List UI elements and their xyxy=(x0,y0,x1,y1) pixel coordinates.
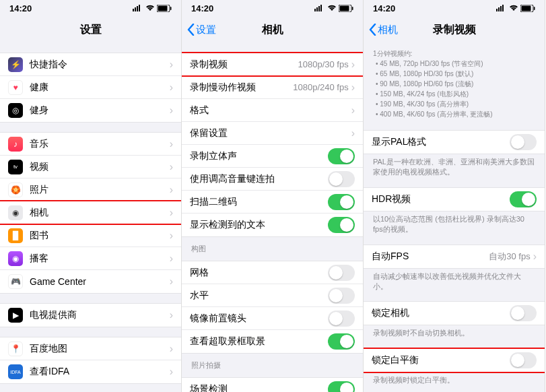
row-idfa[interactable]: IDFA 查看IDFA › xyxy=(0,360,181,383)
svg-rect-9 xyxy=(318,6,320,11)
svg-rect-5 xyxy=(158,5,168,11)
settings-list[interactable]: ⚡ 快捷指令 › ♥ 健康 › ◎ 健身 › ♪ 音乐 › tv xyxy=(0,43,181,392)
chevron-right-icon: › xyxy=(351,127,355,139)
group-media: ♪ 音乐 › tv 视频 › 🏵️ 照片 › ◉ 相机 › ▉ xyxy=(0,132,181,294)
health-icon: ♥ xyxy=(8,80,23,95)
row-health[interactable]: ♥ 健康 › xyxy=(0,76,181,99)
status-bar: 14:20 xyxy=(182,0,363,16)
chevron-right-icon: › xyxy=(170,81,173,94)
row-mirror-front[interactable]: 镜像前置镜头 xyxy=(182,307,363,330)
row-preserve-settings[interactable]: 保留设置 › xyxy=(182,122,363,145)
idfa-icon: IDFA xyxy=(8,364,23,379)
tv-icon: tv xyxy=(8,160,23,174)
gamecenter-icon: 🎮 xyxy=(8,274,23,289)
camera-settings-list[interactable]: 录制视频 1080p/30 fps › 录制慢动作视频 1080p/240 fp… xyxy=(182,43,363,392)
back-button[interactable]: 设置 xyxy=(187,24,216,36)
scene-detect-toggle[interactable] xyxy=(328,381,355,392)
svg-rect-0 xyxy=(133,9,134,11)
group-record: 录制视频 1080p/30 fps › 录制慢动作视频 1080p/240 fp… xyxy=(182,53,363,237)
row-record-video[interactable]: 录制视频 1080p/30 fps › xyxy=(182,53,363,76)
svg-rect-13 xyxy=(352,7,353,10)
chevron-right-icon: › xyxy=(170,184,173,196)
row-formats[interactable]: 格式 › xyxy=(182,99,363,122)
scan-qr-toggle[interactable] xyxy=(328,194,355,210)
row-level[interactable]: 水平 xyxy=(182,284,363,307)
row-auto-fps[interactable]: 自动FPS 自动30 fps › xyxy=(364,245,545,268)
svg-rect-8 xyxy=(316,7,318,11)
group-photo-capture: 场景检测 xyxy=(182,377,363,392)
status-icons xyxy=(133,5,172,12)
row-baidumap[interactable]: 📍 百度地图 › xyxy=(0,337,181,360)
chevron-right-icon: › xyxy=(170,343,173,355)
row-grid[interactable]: 网格 xyxy=(182,261,363,284)
row-hdr[interactable]: HDR视频 xyxy=(364,188,545,211)
row-volume-burst[interactable]: 使用调高音量键连拍 xyxy=(182,168,363,191)
row-tv[interactable]: tv 视频 › xyxy=(0,156,181,178)
svg-rect-20 xyxy=(534,7,535,10)
outside-frame-toggle[interactable] xyxy=(328,333,355,350)
grid-toggle[interactable] xyxy=(328,265,355,281)
chevron-right-icon: › xyxy=(170,366,173,378)
chevron-right-icon: › xyxy=(170,161,173,173)
row-photos[interactable]: 🏵️ 照片 › xyxy=(0,178,181,201)
row-gamecenter[interactable]: 🎮 Game Center › xyxy=(0,270,181,293)
row-scene-detect[interactable]: 场景检测 xyxy=(182,378,363,392)
row-view-outside-frame[interactable]: 查看超取景框取景 xyxy=(182,330,363,353)
chevron-left-icon xyxy=(369,24,376,36)
group-hdr: HDR视频 xyxy=(364,187,545,211)
group-lockwb: 锁定白平衡 xyxy=(364,348,545,372)
lock-wb-toggle[interactable] xyxy=(510,352,537,368)
row-scan-qr[interactable]: 扫描二维码 xyxy=(182,191,363,214)
pal-toggle[interactable] xyxy=(510,134,537,150)
row-music[interactable]: ♪ 音乐 › xyxy=(0,133,181,156)
status-bar: 14:20 xyxy=(364,0,545,16)
lockcam-note: 录制视频时不自动切换相机。 xyxy=(364,325,545,338)
mirror-front-toggle[interactable] xyxy=(328,311,355,327)
hdr-toggle[interactable] xyxy=(510,191,537,207)
group-fps: 自动FPS 自动30 fps › xyxy=(364,244,545,269)
status-icons xyxy=(314,5,353,12)
row-tvprovider[interactable]: ▶ 电视提供商 › xyxy=(0,304,181,327)
camera-settings-screen: 14:20 设置 相机 录制视频 1080p/30 fps › 录制慢动作视频 … xyxy=(182,0,364,392)
level-toggle[interactable] xyxy=(328,288,355,304)
stereo-toggle[interactable] xyxy=(328,148,355,164)
status-time: 14:20 xyxy=(373,3,395,13)
record-video-content[interactable]: 1分钟视频约: 45 MB, 720p HD/30 fps (节省空间) 65 … xyxy=(364,43,545,392)
group-tvprovider: ▶ 电视提供商 › xyxy=(0,303,181,327)
pal-note: PAL是一种在欧洲、非洲、亚洲和南美洲大多数国家使用的电视视频格式。 xyxy=(364,154,545,178)
group-thirdparty: 📍 百度地图 › IDFA 查看IDFA › xyxy=(0,337,181,384)
page-title: 设置 xyxy=(80,23,102,37)
row-fitness[interactable]: ◎ 健身 › xyxy=(0,99,181,122)
section-photo-capture: 照片拍摄 xyxy=(182,354,363,373)
shortcuts-icon: ⚡ xyxy=(8,57,23,72)
chevron-right-icon: › xyxy=(170,309,173,321)
row-books[interactable]: ▉ 图书 › xyxy=(0,224,181,247)
back-button[interactable]: 相机 xyxy=(369,24,398,36)
row-lock-wb[interactable]: 锁定白平衡 xyxy=(364,349,545,372)
status-time: 14:20 xyxy=(9,3,32,13)
volume-burst-toggle[interactable] xyxy=(328,171,355,187)
row-camera[interactable]: ◉ 相机 › xyxy=(0,201,181,224)
nav-bar: 设置 相机 xyxy=(182,16,363,43)
chevron-left-icon xyxy=(187,24,195,36)
books-icon: ▉ xyxy=(8,228,23,243)
row-lock-camera[interactable]: 锁定相机 xyxy=(364,302,545,325)
chevron-right-icon: › xyxy=(170,104,173,117)
row-pal[interactable]: 显示PAL格式 xyxy=(364,131,545,154)
row-podcasts[interactable]: ◉ 播客 › xyxy=(0,247,181,270)
svg-rect-12 xyxy=(340,5,349,11)
row-record-slomo[interactable]: 录制慢动作视频 1080p/240 fps › xyxy=(182,76,363,99)
lockwb-note: 录制视频时锁定白平衡。 xyxy=(364,372,545,385)
row-stereo[interactable]: 录制立体声 xyxy=(182,145,363,168)
detect-text-toggle[interactable] xyxy=(328,217,355,233)
row-shortcuts[interactable]: ⚡ 快捷指令 › xyxy=(0,53,181,76)
svg-rect-19 xyxy=(522,5,531,11)
nav-bar: 相机 录制视频 xyxy=(364,16,545,43)
status-icons xyxy=(496,5,535,12)
chevron-right-icon: › xyxy=(170,275,173,288)
nav-bar: 设置 xyxy=(0,16,181,43)
svg-rect-2 xyxy=(137,6,138,11)
row-detect-text[interactable]: 显示检测到的文本 xyxy=(182,214,363,236)
lock-camera-toggle[interactable] xyxy=(510,305,537,321)
section-composition: 构图 xyxy=(182,237,363,257)
